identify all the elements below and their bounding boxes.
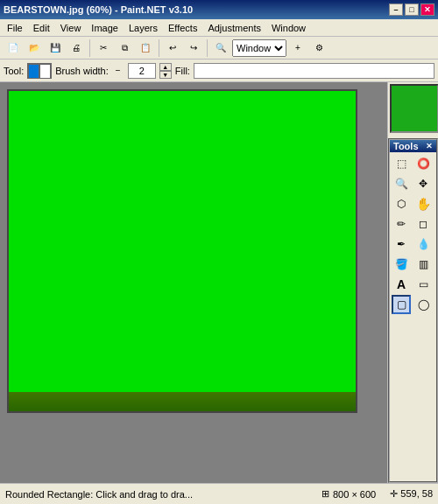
tools-title-label: Tools: [393, 141, 419, 151]
save-button[interactable]: 💾: [46, 38, 65, 58]
tool-label: Tool:: [4, 66, 24, 76]
title-text: BEARSTOWN.jpg (60%) - Paint.NET v3.10: [4, 4, 193, 15]
zoom-out-button[interactable]: 🔍: [211, 38, 230, 58]
magic-wand-tool[interactable]: ⬡: [392, 194, 411, 214]
gradient-tool[interactable]: ▥: [413, 255, 433, 274]
menu-item-view[interactable]: View: [55, 21, 87, 35]
settings-button[interactable]: ⚙: [309, 38, 328, 58]
separator-2: [159, 39, 159, 57]
close-button[interactable]: ✕: [420, 4, 434, 16]
brush-width-input[interactable]: 2: [128, 63, 156, 79]
pencil-tool[interactable]: ✒: [392, 234, 411, 254]
canvas-bottom-strip: [9, 392, 356, 411]
separator-3: [207, 39, 208, 57]
zoom-tool[interactable]: 🔍: [392, 174, 411, 193]
brush-minus-button[interactable]: −: [112, 63, 124, 79]
tools-close-icon[interactable]: ✕: [426, 142, 433, 150]
title-bar: BEARSTOWN.jpg (60%) - Paint.NET v3.10 – …: [0, 0, 438, 19]
print-button[interactable]: 🖨: [67, 38, 86, 58]
brush-up-button[interactable]: ▲: [159, 63, 172, 71]
rectangle-select-tool[interactable]: ⬚: [392, 154, 411, 173]
cut-button[interactable]: ✂: [94, 38, 113, 58]
menu-item-edit[interactable]: Edit: [28, 21, 55, 35]
paste-button[interactable]: 📋: [136, 38, 155, 58]
main-area: Tools ✕ ⬚ ⭕ 🔍 ✥ ⬡ ✋ ✏ ◻ ✒ 💧 🪣: [0, 82, 438, 483]
undo-button[interactable]: ↩: [163, 38, 182, 58]
status-text: Rounded Rectangle: Click and drag to dra…: [5, 489, 307, 500]
size-info: ⊞ 800 × 600: [321, 488, 376, 500]
menu-item-image[interactable]: Image: [86, 21, 124, 35]
tools-grid: ⬚ ⭕ 🔍 ✥ ⬡ ✋ ✏ ◻ ✒ 💧 🪣 ▥ A ▭: [390, 152, 436, 316]
tools-panel-title: Tools ✕: [390, 140, 436, 152]
lasso-select-tool[interactable]: ⭕: [413, 154, 433, 173]
fill-label: Fill:: [175, 66, 190, 76]
window-dropdown[interactable]: Window: [232, 39, 286, 57]
size-icon: ⊞: [321, 488, 329, 500]
color-swatch[interactable]: [27, 63, 52, 79]
status-bar: Rounded Rectangle: Click and drag to dra…: [0, 483, 438, 504]
crosshair-icon: ✛: [390, 488, 398, 499]
minimize-button[interactable]: –: [389, 4, 403, 16]
separator-1: [89, 39, 90, 57]
move-tool[interactable]: ✥: [413, 174, 433, 193]
maximize-button[interactable]: □: [405, 4, 419, 16]
tool-options-bar: Tool: Brush width: − 2 ▲ ▼ Fill:: [0, 60, 438, 82]
toolbar: 📄 📂 💾 🖨 ✂ ⧉ 📋 ↩ ↪ 🔍 Window + ⚙: [0, 37, 438, 60]
text-tool[interactable]: A: [392, 275, 411, 294]
menu-item-effects[interactable]: Effects: [163, 21, 202, 35]
pan-tool[interactable]: ✋: [413, 194, 433, 214]
title-buttons: – □ ✕: [389, 4, 434, 16]
canvas-container[interactable]: [0, 82, 387, 483]
open-button[interactable]: 📂: [25, 38, 44, 58]
shapes-tool[interactable]: ▭: [413, 275, 433, 294]
size-value: 800 × 600: [333, 489, 376, 500]
eraser-tool[interactable]: ◻: [413, 214, 433, 234]
position-info: ✛ 559, 58: [390, 488, 433, 500]
rounded-rect-tool[interactable]: ▢: [392, 295, 411, 314]
right-panel: Tools ✕ ⬚ ⭕ 🔍 ✥ ⬡ ✋ ✏ ◻ ✒ 💧 🪣: [387, 82, 438, 483]
tools-panel: Tools ✕ ⬚ ⭕ 🔍 ✥ ⬡ ✋ ✏ ◻ ✒ 💧 🪣: [388, 138, 438, 483]
paintbrush-tool[interactable]: ✏: [392, 214, 411, 234]
new-button[interactable]: 📄: [4, 38, 23, 58]
secondary-color[interactable]: [39, 64, 51, 79]
ellipse-tool[interactable]: ◯: [413, 295, 433, 314]
canvas[interactable]: [7, 89, 357, 413]
fill-selector[interactable]: [194, 63, 434, 79]
position-value: 559, 58: [400, 488, 433, 499]
fill-tool[interactable]: 🪣: [392, 255, 411, 274]
menu-item-window[interactable]: Window: [266, 21, 311, 35]
copy-button[interactable]: ⧉: [115, 38, 134, 58]
menu-item-layers[interactable]: Layers: [124, 21, 163, 35]
primary-color[interactable]: [28, 64, 39, 79]
zoom-in-button[interactable]: +: [288, 38, 307, 58]
menu-item-file[interactable]: File: [2, 21, 28, 35]
brush-width-label: Brush width:: [55, 66, 109, 76]
brush-down-button[interactable]: ▼: [159, 71, 172, 79]
thumbnail-panel: [390, 84, 438, 133]
menu-item-adjustments[interactable]: Adjustments: [202, 21, 266, 35]
redo-button[interactable]: ↪: [184, 38, 203, 58]
color-picker-tool[interactable]: 💧: [413, 234, 433, 254]
menu-bar: FileEditViewImageLayersEffectsAdjustment…: [0, 19, 438, 37]
